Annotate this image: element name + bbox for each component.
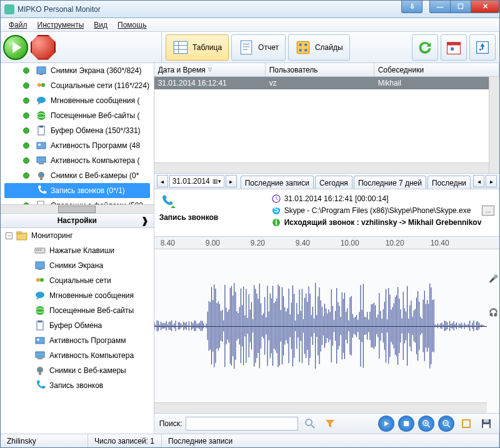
view-report-button[interactable]: Отчет <box>231 34 286 61</box>
play-button[interactable] <box>378 416 394 432</box>
search-toolbar: Поиск: <box>154 413 499 434</box>
settings-item-label: Активность Программ <box>49 336 126 345</box>
settings-header[interactable]: Настройки ❱ <box>1 213 154 228</box>
tree-item-web[interactable]: Посещенные Веб-сайты ( <box>1 108 154 123</box>
zoom-in-button[interactable] <box>418 416 434 432</box>
grid-hscrollbar[interactable] <box>154 162 489 173</box>
date-tab-2[interactable]: Последние 7 дней <box>354 176 426 189</box>
computer-icon <box>34 350 46 361</box>
svg-rect-17 <box>37 67 46 74</box>
view-slides-button[interactable]: Слайды <box>288 34 350 61</box>
grid-header-datetime[interactable]: Дата и Время▽ <box>154 63 266 76</box>
menu-help[interactable]: Помощь <box>113 19 151 31</box>
ruler-tick: 10.00 <box>341 239 359 247</box>
grid-header-user[interactable]: Пользователь <box>266 63 374 76</box>
svg-point-11 <box>299 49 301 51</box>
tabs-next-button[interactable]: ▸ <box>486 175 497 187</box>
tree-item-social[interactable]: Социальные сети (116*/224) <box>1 78 154 93</box>
tree-item-webcam[interactable]: Снимки с Веб-камеры (0* <box>1 168 154 183</box>
window-extra-button[interactable]: ⇩ <box>401 1 422 13</box>
svg-rect-55 <box>39 373 41 375</box>
settings-item-web[interactable]: Посещенные Веб-сайты <box>1 303 154 318</box>
window-minimize-button[interactable]: — <box>429 1 451 13</box>
date-tab-3[interactable]: Последни <box>428 176 471 189</box>
recycle-button[interactable] <box>469 34 496 61</box>
settings-item-clipboard[interactable]: Буфер Обмена <box>1 318 154 333</box>
tree-item-im[interactable]: Мгновенные сообщения ( <box>1 93 154 108</box>
settings-parent-row[interactable]: − Мониторинг <box>1 228 154 243</box>
settings-item-programs[interactable]: Активность Программ <box>1 333 154 348</box>
settings-item-social[interactable]: Социальные сети <box>1 273 154 288</box>
calendar-button[interactable] <box>441 34 467 61</box>
svg-point-61 <box>306 419 312 426</box>
zoom-out-button[interactable] <box>438 416 454 432</box>
window-maximize-button[interactable]: ☐ <box>450 1 471 13</box>
detail-panel: Запись звонков 31.01.2014 16:12:41 [00:0… <box>154 189 499 237</box>
tree-hscrollbar[interactable] <box>1 204 154 213</box>
settings-item-screenshot[interactable]: Снимки Экрана <box>1 258 154 273</box>
table-row[interactable]: 31.01.2014 16:12:41 vz Mikhail <box>154 77 499 89</box>
cell-user: vz <box>266 77 374 89</box>
start-monitoring-button[interactable] <box>3 35 28 60</box>
settings-item-calls[interactable]: Запись звонков <box>1 378 154 393</box>
menu-tools[interactable]: Инструменты <box>33 19 89 31</box>
calendar-dropdown-icon[interactable]: ▥▾ <box>212 178 221 184</box>
date-prev-button[interactable]: ◂ <box>157 175 168 187</box>
im-icon <box>34 290 46 301</box>
svg-point-45 <box>36 306 44 315</box>
window-close-button[interactable]: ✕ <box>471 1 499 13</box>
date-next-button[interactable]: ▸ <box>226 175 237 187</box>
active-badge-icon <box>23 157 29 164</box>
mic-icon: 🎤 <box>489 274 498 283</box>
date-tab-0[interactable]: Последние записи <box>241 176 314 189</box>
date-tab-1[interactable]: Сегодня <box>315 176 352 189</box>
expander-icon[interactable]: − <box>6 232 12 239</box>
table-icon <box>172 39 189 56</box>
active-badge-icon <box>23 112 29 119</box>
svg-text:i: i <box>275 218 277 227</box>
time-ruler: 8.409.009.209.4010.0010.2010.40 <box>154 237 499 249</box>
stop-monitoring-button[interactable] <box>31 35 56 60</box>
svg-rect-38 <box>38 249 39 251</box>
settings-item-label: Активность Компьютера <box>49 351 134 360</box>
tabs-prev-button[interactable]: ◂ <box>473 175 484 187</box>
settings-item-webcam[interactable]: Снимки с Веб-камеры <box>1 363 154 378</box>
active-badge-icon <box>23 127 29 134</box>
view-table-button[interactable]: Таблица <box>166 34 229 61</box>
date-input[interactable]: 31.01.2014 ▥▾ <box>169 175 224 187</box>
menu-file[interactable]: Файл <box>4 19 32 31</box>
settings-item-keyboard[interactable]: Нажатые Клавиши <box>1 243 154 258</box>
waveform-hscrollbar[interactable] <box>154 402 487 413</box>
svg-rect-27 <box>38 144 41 146</box>
tree-item-clipboard[interactable]: Буфер Обмена (150*/331) <box>1 123 154 138</box>
active-badge-icon <box>23 67 29 74</box>
tree-item-screenshot[interactable]: Снимки Экрана (360*/824) <box>1 63 154 78</box>
settings-item-im[interactable]: Мгновенные сообщения <box>1 288 154 303</box>
settings-item-computer[interactable]: Активность Компьютера <box>1 348 154 363</box>
svg-rect-35 <box>17 232 21 234</box>
web-icon <box>34 305 46 316</box>
svg-rect-52 <box>38 358 42 359</box>
svg-line-70 <box>448 425 450 427</box>
menu-view[interactable]: Вид <box>89 19 112 31</box>
search-input[interactable] <box>186 417 298 431</box>
tree-item-programs[interactable]: Активность Программ (48 <box>1 138 154 153</box>
grid-header-peers[interactable]: Собеседники <box>374 63 499 76</box>
detail-more-button[interactable]: … <box>482 206 494 216</box>
date-nav-bar: ◂ 31.01.2014 ▥▾ ▸ Последние записиСегодн… <box>154 173 499 189</box>
filter-icon[interactable] <box>322 416 338 432</box>
svg-rect-41 <box>38 269 42 270</box>
search-icon[interactable] <box>302 416 318 432</box>
tree-item-computer[interactable]: Активность Компьютера ( <box>1 153 154 168</box>
crop-button[interactable] <box>458 416 474 432</box>
save-button[interactable] <box>478 416 494 432</box>
tree-item-files[interactable]: Операции с файлами (582 <box>1 198 154 204</box>
tree-item-calls[interactable]: Запись звонков (0*/1) <box>4 183 150 198</box>
refresh-button[interactable] <box>412 34 438 61</box>
svg-point-22 <box>37 111 46 120</box>
stop-playback-button[interactable] <box>398 416 414 432</box>
ruler-tick: 9.20 <box>251 239 265 247</box>
grid-vscrollbar[interactable] <box>489 77 499 173</box>
waveform[interactable] <box>154 249 487 402</box>
svg-rect-48 <box>38 321 42 322</box>
